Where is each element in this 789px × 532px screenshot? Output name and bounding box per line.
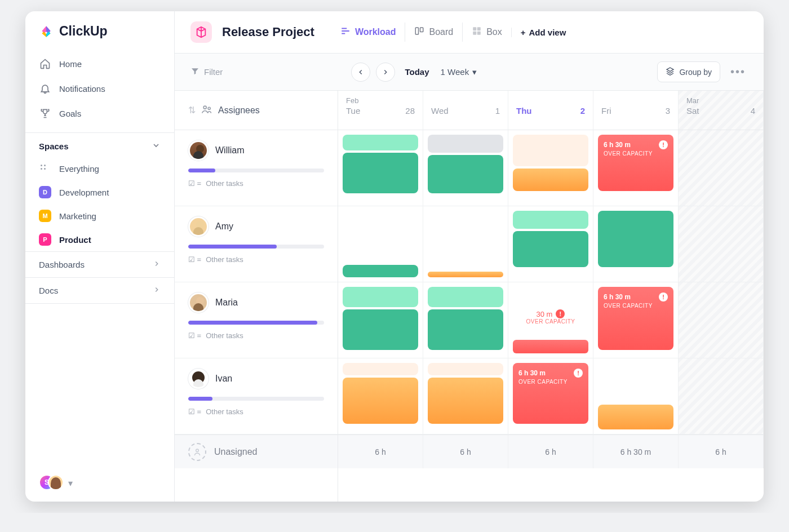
chevron-down-icon: ▾ [472,67,477,77]
tab-board[interactable]: Board [405,23,462,42]
workload-cell[interactable] [338,358,423,435]
task-block[interactable] [428,287,503,307]
overcapacity-block[interactable]: 6 h 30 m!OVER CAPACITY [598,135,673,191]
add-view-button[interactable]: + Add view [511,28,566,37]
task-block[interactable] [343,378,418,424]
svg-rect-8 [473,32,476,35]
task-block[interactable] [428,309,503,350]
svg-point-1 [44,165,46,166]
assignee-row-amy[interactable]: Amy ☑ =Other tasks [175,206,338,282]
task-block[interactable] [428,378,503,424]
user-switcher[interactable]: S ▾ [25,464,174,502]
task-block[interactable] [343,363,418,375]
assignee-name: Maria [215,298,238,308]
other-tasks-link[interactable]: ☑ =Other tasks [188,179,324,188]
task-block[interactable] [343,265,418,277]
sidebar-item-development[interactable]: D Development [25,180,174,204]
total-cell: 6 h [508,435,593,468]
chevron-right-icon [153,260,161,269]
task-block[interactable] [513,169,588,191]
assignee-row-ivan[interactable]: Ivan ☑ =Other tasks [175,358,338,435]
workload-cell[interactable] [423,282,508,358]
workload-icon [340,26,351,38]
day-header-wed: Wed1 [423,91,508,130]
task-block[interactable] [428,155,503,193]
task-block[interactable] [343,135,418,150]
nav-notifications[interactable]: Notifications [25,76,174,101]
workload-cell[interactable] [423,130,508,206]
assignee-row-maria[interactable]: Maria ☑ =Other tasks [175,282,338,358]
assignee-row-william[interactable]: William ☑ =Other tasks [175,130,338,206]
workload-cell[interactable]: 6 h 30 m!OVER CAPACITY [593,282,679,358]
task-block[interactable] [598,405,673,429]
filter-icon [190,66,200,77]
spaces-header[interactable]: Spaces [25,132,174,157]
brand-name: ClickUp [59,24,108,39]
workload-cell[interactable] [593,206,679,282]
workload-cell [679,206,764,282]
task-block[interactable] [343,287,418,307]
sidebar-dashboards[interactable]: Dashboards [25,251,174,277]
workload-cell[interactable] [423,206,508,282]
home-icon [39,57,51,70]
tab-workload-label: Workload [355,27,396,37]
prev-week-button[interactable] [351,63,370,82]
other-tasks-link[interactable]: ☑ =Other tasks [188,255,324,264]
nav-home[interactable]: Home [25,51,174,76]
workload-cell[interactable] [508,130,593,206]
task-block[interactable] [343,309,418,350]
task-block[interactable] [343,153,418,193]
overcapacity-block[interactable]: 6 h 30 m!OVER CAPACITY [513,363,588,424]
tab-workload[interactable]: Workload [331,23,405,42]
unassigned-row[interactable]: Unasigned [175,435,338,468]
box-icon [472,26,482,38]
workload-cell[interactable] [338,206,423,282]
more-menu-button[interactable]: ••• [728,65,748,78]
workload-cell[interactable] [508,206,593,282]
total-cell: 6 h [338,435,423,468]
task-block[interactable] [513,135,588,166]
sort-icon: ⇅ [188,105,196,116]
workload-cell[interactable]: 6 h 30 m!OVER CAPACITY [508,358,593,435]
chevron-down-icon [152,141,161,152]
total-cell: 6 h [679,435,764,468]
sidebar-docs[interactable]: Docs [25,277,174,304]
workload-cell[interactable] [338,282,423,358]
filter-button[interactable]: Filter [190,66,223,77]
task-block[interactable] [428,135,503,153]
next-week-button[interactable] [376,63,395,82]
capacity-bar [188,245,324,249]
main-area: Release Project Workload Board Box + Add… [175,11,764,502]
trophy-icon [39,107,51,119]
tab-box[interactable]: Box [462,23,511,42]
caret-down-icon: ▾ [68,478,73,489]
overcapacity-block[interactable]: 6 h 30 m!OVER CAPACITY [598,287,673,350]
workload-cell[interactable]: 30 m!OVER CAPACITY [508,282,593,358]
workload-cell[interactable] [593,358,679,435]
warning-icon: ! [556,309,565,318]
nav-goals[interactable]: Goals [25,101,174,126]
range-select[interactable]: 1 Week ▾ [441,67,477,77]
task-block[interactable] [428,272,503,277]
workload-cell[interactable] [338,130,423,206]
people-icon [201,104,212,117]
total-cell: 6 h 30 m [593,435,679,468]
other-tasks-link[interactable]: ☑ =Other tasks [188,331,324,340]
assignees-header[interactable]: ⇅ Assignees [175,91,338,130]
avatar [188,140,209,161]
group-by-button[interactable]: Group by [657,61,720,82]
warning-icon: ! [574,369,583,378]
other-tasks-link[interactable]: ☑ =Other tasks [188,407,324,416]
task-block[interactable] [598,211,673,267]
today-button[interactable]: Today [405,67,429,77]
sidebar-item-marketing[interactable]: M Marketing [25,204,174,228]
workload-cell[interactable] [423,358,508,435]
sidebar-item-everything[interactable]: Everything [25,157,174,180]
workload-cell[interactable]: 6 h 30 m!OVER CAPACITY [593,130,679,206]
project-title: Release Project [222,25,314,39]
overcapacity-bar[interactable] [513,340,588,353]
task-block[interactable] [513,211,588,229]
task-block[interactable] [428,363,503,375]
sidebar-item-product[interactable]: P Product [25,228,174,251]
task-block[interactable] [513,231,588,267]
